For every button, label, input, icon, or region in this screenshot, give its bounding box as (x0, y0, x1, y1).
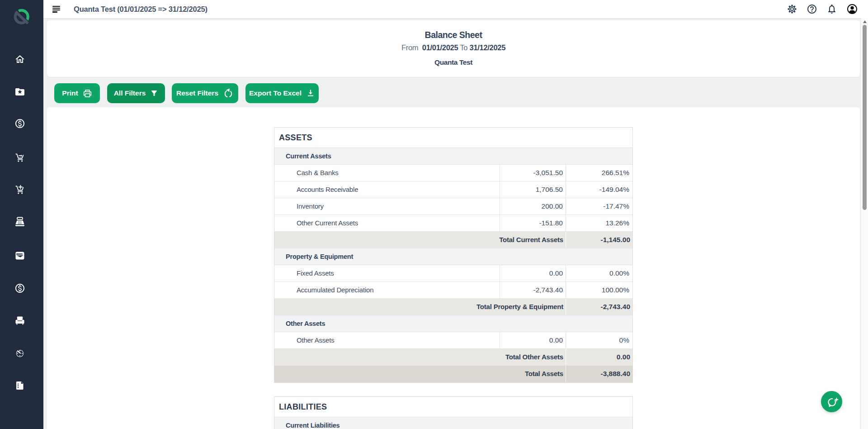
from-label: From (401, 43, 418, 52)
row-percent: -149.04% (566, 181, 632, 198)
row-label: Fixed Assets (274, 265, 500, 281)
total-label: Total Property & Equipment (274, 299, 566, 315)
row-value: -151.80 (500, 215, 566, 231)
section-header: Other Assets (274, 315, 632, 332)
reset-icon (223, 88, 234, 99)
table-title: ASSETS (274, 128, 632, 148)
help-icon[interactable] (807, 4, 817, 14)
table-row: Accounts Receivable1,706.50-149.04% (274, 181, 632, 198)
table-row: Cash & Banks-3,051.50266.51% (274, 165, 632, 181)
table-row: Accumulated Depreciation-2,743.40100.00% (274, 282, 632, 299)
notifications-icon[interactable] (826, 4, 837, 14)
app-logo[interactable] (11, 6, 32, 29)
liabilities-table: LIABILITIESCurrent Liabilities (274, 396, 633, 429)
sidebar (0, 0, 43, 429)
row-label: Accounts Receivable (274, 181, 500, 198)
topbar: Quanta Test (01/01/2025 => 31/12/2025) (43, 0, 868, 18)
reset-filters-button[interactable]: Reset Filters (172, 83, 238, 103)
sidebar-item-pos[interactable] (14, 216, 25, 227)
filter-icon (150, 89, 158, 97)
sidebar-item-timer[interactable] (14, 348, 25, 359)
row-value: 1,706.50 (500, 181, 566, 198)
total-value: -1,145.00 (566, 232, 632, 248)
print-button[interactable]: Print (54, 83, 100, 103)
sidebar-item-favorites[interactable] (14, 86, 25, 97)
total-label: Total Current Assets (274, 232, 566, 248)
sidebar-item-purchases[interactable] (14, 184, 25, 195)
main-content: Balance Sheet From 01/01/2025 To 31/12/2… (43, 18, 868, 429)
row-percent: -17.47% (566, 198, 632, 214)
sidebar-item-reports[interactable] (14, 380, 25, 391)
account-icon[interactable] (847, 4, 858, 14)
from-date: 01/01/2025 (422, 43, 458, 52)
row-value: 0.00 (500, 332, 566, 348)
row-percent: 13.26% (566, 215, 632, 231)
row-percent: 0% (566, 332, 632, 348)
row-value: 200.00 (500, 198, 566, 214)
settings-icon[interactable] (787, 4, 797, 14)
menu-icon[interactable] (52, 5, 60, 13)
grand-total-row: Total Assets-3,888.40 (274, 366, 632, 382)
to-label: To (460, 43, 467, 52)
chat-sparkle-icon (824, 394, 840, 410)
total-value: -2,743.40 (566, 299, 632, 315)
table-row: Other Assets0.000% (274, 332, 632, 349)
scrollbar[interactable] (861, 18, 868, 429)
section-header: Property & Equipment (274, 248, 632, 265)
row-percent: 100.00% (566, 282, 632, 298)
section-total-row: Total Current Assets-1,145.00 (274, 232, 632, 248)
row-label: Accumulated Depreciation (274, 282, 500, 298)
sidebar-item-home[interactable] (14, 54, 25, 65)
assistant-fab[interactable] (821, 391, 842, 412)
report-header-card: Balance Sheet From 01/01/2025 To 31/12/2… (47, 20, 860, 77)
table-row: Inventory200.00-17.47% (274, 198, 632, 215)
table-row: Fixed Assets0.000.00% (274, 265, 632, 282)
print-icon (83, 89, 92, 98)
sidebar-item-assets[interactable] (14, 315, 25, 326)
sidebar-item-sales[interactable] (14, 152, 25, 163)
section-header: Current Liabilities (274, 417, 632, 429)
table-row: Other Current Assets-151.8013.26% (274, 215, 632, 232)
row-value: -3,051.50 (500, 165, 566, 181)
row-label: Inventory (274, 198, 500, 214)
total-label: Total Other Assets (274, 349, 566, 365)
report-company: Quanta Test (47, 58, 860, 67)
total-value: 0.00 (566, 349, 632, 365)
report-date-range: From 01/01/2025 To 31/12/2025 (47, 43, 860, 52)
sidebar-item-wallet[interactable] (14, 250, 25, 261)
download-icon (306, 89, 315, 98)
row-label: Other Current Assets (274, 215, 500, 231)
assets-table: ASSETSCurrent AssetsCash & Banks-3,051.5… (274, 127, 633, 383)
sidebar-item-expenses[interactable] (14, 283, 25, 294)
grand-total-label: Total Assets (274, 366, 566, 382)
all-filters-button[interactable]: All Filters (107, 83, 165, 103)
table-title: LIABILITIES (274, 397, 632, 417)
scrollbar-thumb[interactable] (863, 25, 867, 210)
row-percent: 266.51% (566, 165, 632, 181)
row-value: 0.00 (500, 265, 566, 281)
section-header: Current Assets (274, 148, 632, 165)
row-label: Other Assets (274, 332, 500, 348)
sidebar-item-finance[interactable] (14, 118, 25, 129)
section-total-row: Total Other Assets0.00 (274, 349, 632, 366)
row-value: -2,743.40 (500, 282, 566, 298)
grand-total-value: -3,888.40 (566, 366, 632, 382)
report-title: Balance Sheet (47, 30, 860, 40)
row-label: Cash & Banks (274, 165, 500, 181)
page-title: Quanta Test (01/01/2025 => 31/12/2025) (74, 0, 208, 18)
export-excel-button[interactable]: Export To Excel (245, 83, 319, 103)
section-total-row: Total Property & Equipment-2,743.40 (274, 299, 632, 315)
to-date: 31/12/2025 (470, 43, 506, 52)
row-percent: 0.00% (566, 265, 632, 281)
scrollbar-up-arrow[interactable] (863, 20, 867, 23)
